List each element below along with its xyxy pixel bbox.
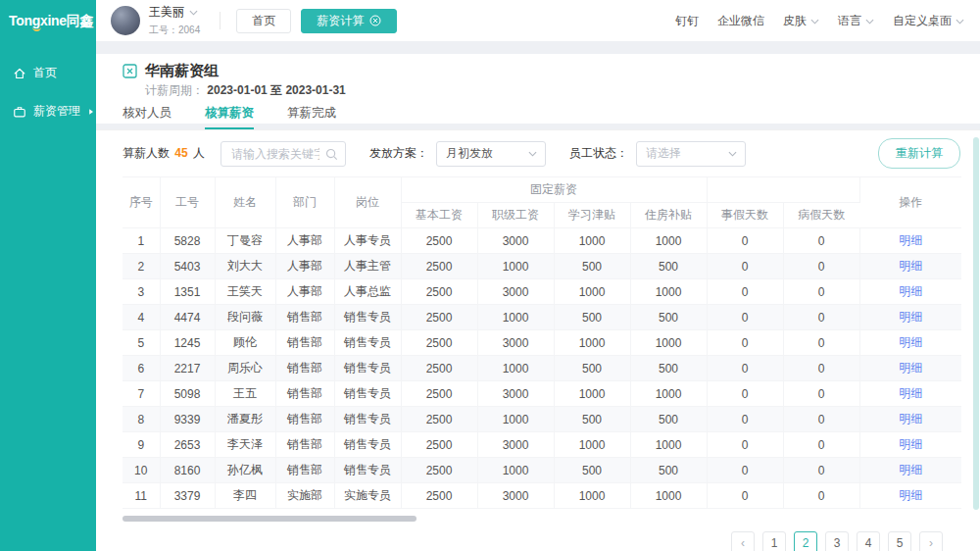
headcount-label: 算薪人数	[122, 146, 170, 160]
detail-link[interactable]: 明细	[899, 463, 922, 476]
cell-study-allowance: 1000	[554, 279, 630, 305]
user-menu[interactable]: 王美丽	[149, 4, 200, 21]
topbar-tab-1[interactable]: 薪资计算	[301, 9, 397, 33]
chevron-down-icon	[865, 19, 874, 25]
cell-name: 刘大大	[215, 254, 275, 279]
detail-link[interactable]: 明细	[899, 335, 922, 349]
app-logo: Tongxine同鑫	[0, 0, 96, 30]
pagination-page-1[interactable]: 1	[762, 531, 786, 551]
pagination-page-3[interactable]: 3	[825, 531, 849, 551]
topbar-link-3[interactable]: 语言	[838, 13, 874, 29]
cell-seq: 10	[122, 458, 160, 483]
recalculate-button[interactable]: 重新计算	[878, 138, 960, 169]
pagination: ‹12345›	[96, 531, 943, 551]
cell-base-salary: 2500	[401, 305, 477, 330]
detail-link[interactable]: 明细	[899, 259, 922, 273]
cell-study-allowance: 1000	[554, 228, 630, 254]
sidebar-item-home[interactable]: 首页	[0, 54, 96, 92]
cell-personal-leave-days: 0	[707, 228, 783, 254]
pagination-prev[interactable]: ‹	[731, 531, 755, 551]
chevron-down-icon	[810, 19, 819, 25]
topbar-link-label: 皮肤	[783, 13, 807, 29]
tab-1[interactable]: 核算薪资	[205, 105, 254, 129]
cell-work-id: 5098	[160, 381, 215, 407]
horizontal-scrollbar[interactable]	[122, 516, 416, 522]
search-icon[interactable]	[325, 148, 338, 161]
payroll-group-icon[interactable]	[122, 64, 137, 78]
column-header: 部门	[275, 177, 334, 228]
cell-seq: 7	[122, 381, 160, 407]
divider	[220, 12, 220, 29]
pagination-page-5[interactable]: 5	[888, 531, 911, 551]
topbar-link-label: 语言	[838, 13, 861, 29]
detail-link[interactable]: 明细	[899, 437, 922, 451]
cell-work-id: 2653	[160, 432, 215, 458]
cell-name: 王五	[215, 381, 275, 407]
detail-link[interactable]: 明细	[899, 386, 922, 400]
detail-link[interactable]: 明细	[899, 412, 922, 426]
plan-label: 发放方案：	[369, 145, 428, 162]
sidebar-item-label: 首页	[33, 65, 57, 81]
sidebar-item-payroll-management[interactable]: 薪资管理	[0, 92, 96, 130]
home-icon	[13, 67, 26, 80]
topbar-link-label: 自定义桌面	[893, 13, 952, 29]
status-select[interactable]: 请选择	[636, 141, 746, 167]
group-header-fixed-salary: 固定薪资	[401, 177, 707, 203]
horizontal-scrollbar-track	[122, 516, 961, 522]
cell-position: 销售专员	[334, 432, 401, 458]
cell-department: 人事部	[275, 254, 334, 279]
topbar: 王美丽 工号：2064 首页薪资计算 钉钉企业微信皮肤语言自定义桌面	[96, 0, 980, 41]
cell-position: 销售专员	[334, 381, 401, 407]
cell-personal-leave-days: 0	[707, 279, 783, 305]
cell-housing-allowance: 500	[630, 305, 707, 330]
topbar-link-2[interactable]: 皮肤	[783, 13, 819, 29]
cell-department: 销售部	[275, 407, 334, 432]
cell-grade-salary: 1000	[477, 458, 554, 483]
detail-link[interactable]: 明细	[899, 310, 922, 324]
tab-0[interactable]: 核对人员	[122, 105, 172, 129]
cell-department: 销售部	[275, 356, 334, 381]
pagination-page-4[interactable]: 4	[857, 531, 880, 551]
cell-name: 李四	[215, 483, 275, 509]
cell-position: 销售专员	[334, 356, 401, 381]
detail-link[interactable]: 明细	[899, 488, 922, 502]
cell-work-id: 8160	[160, 458, 215, 483]
cell-name: 段问薇	[215, 305, 275, 330]
topbar-link-4[interactable]: 自定义桌面	[893, 13, 964, 29]
cell-sick-leave-days: 0	[783, 330, 859, 356]
sidebar-menu: 首页 薪资管理	[0, 54, 96, 130]
topbar-link-1[interactable]: 企业微信	[717, 13, 764, 29]
detail-link[interactable]: 明细	[899, 361, 922, 375]
chevron-right-icon	[87, 108, 95, 116]
headcount: 算薪人数 45 人	[122, 145, 205, 162]
avatar[interactable]	[111, 6, 140, 35]
cell-sick-leave-days: 0	[783, 458, 859, 483]
pagination-page-2[interactable]: 2	[794, 531, 817, 551]
plan-select[interactable]: 月初发放	[436, 141, 546, 167]
topbar-link-0[interactable]: 钉钉	[675, 13, 699, 29]
close-icon[interactable]	[369, 15, 381, 26]
cell-grade-salary: 3000	[477, 432, 554, 458]
detail-link[interactable]: 明细	[899, 284, 922, 298]
cell-action: 明细	[859, 330, 961, 356]
detail-link[interactable]: 明细	[899, 233, 922, 247]
tab-2[interactable]: 算薪完成	[287, 105, 336, 129]
table-row: 51245顾伦销售部销售专员250030001000100000明细	[122, 330, 961, 356]
work-id-value: 2064	[178, 25, 200, 35]
payroll-table-panel: 算薪人数 45 人 发放方案： 月初发放 员工状态： 请选择 重新计算 序号工号…	[96, 130, 980, 551]
cell-work-id: 5828	[160, 228, 215, 254]
cell-study-allowance: 1000	[554, 381, 630, 407]
cell-action: 明细	[859, 407, 961, 432]
cell-grade-salary: 3000	[477, 228, 554, 254]
topbar-link-label: 企业微信	[717, 13, 764, 29]
cell-department: 销售部	[275, 305, 334, 330]
cell-sick-leave-days: 0	[783, 356, 859, 381]
cell-personal-leave-days: 0	[707, 356, 783, 381]
pagination-next[interactable]: ›	[919, 531, 943, 551]
chevron-down-icon	[956, 19, 964, 25]
cell-grade-salary: 3000	[477, 381, 554, 407]
cell-work-id: 2217	[160, 356, 215, 381]
topbar-tab-0[interactable]: 首页	[236, 9, 291, 33]
cell-name: 王笑天	[215, 279, 275, 305]
vertical-scrollbar[interactable]	[973, 137, 979, 510]
